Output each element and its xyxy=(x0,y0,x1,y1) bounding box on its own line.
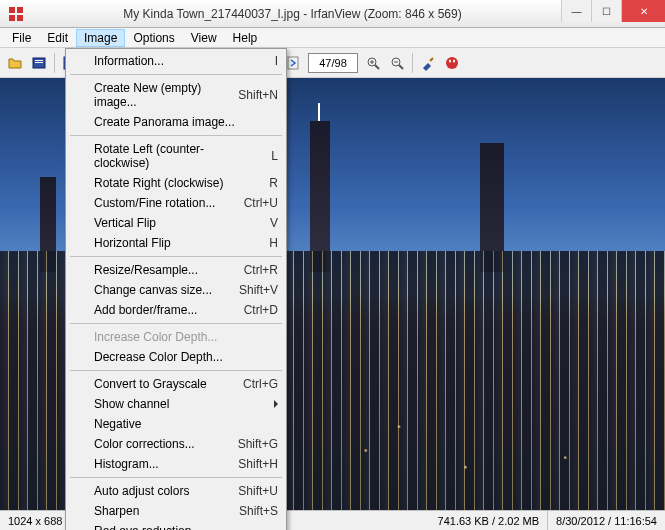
menu-item-label: Negative xyxy=(94,417,278,431)
menu-item-sharpen[interactable]: Sharpen Shift+S xyxy=(68,501,284,521)
menu-item-shortcut: Shift+U xyxy=(238,484,278,498)
menu-item-shortcut: Ctrl+R xyxy=(244,263,278,277)
menu-item-label: Decrease Color Depth... xyxy=(94,350,278,364)
zoom-out-icon[interactable] xyxy=(386,52,408,74)
minimize-button[interactable]: — xyxy=(561,0,591,22)
menu-item-label: Custom/Fine rotation... xyxy=(94,196,232,210)
svg-rect-1 xyxy=(17,7,23,13)
menu-item-vertical-flip[interactable]: Vertical Flip V xyxy=(68,213,284,233)
app-icon xyxy=(8,6,24,22)
toolbar-separator xyxy=(54,53,55,73)
menu-item-information[interactable]: Information... I xyxy=(68,51,284,71)
menu-image[interactable]: Image xyxy=(76,29,125,47)
menu-separator xyxy=(70,256,282,257)
menu-separator xyxy=(70,74,282,75)
menu-item-shortcut: Shift+G xyxy=(238,437,278,451)
menu-item-create-panorama[interactable]: Create Panorama image... xyxy=(68,112,284,132)
menu-item-rotate-left[interactable]: Rotate Left (counter-clockwise) L xyxy=(68,139,284,173)
menu-item-custom-rotation[interactable]: Custom/Fine rotation... Ctrl+U xyxy=(68,193,284,213)
svg-point-25 xyxy=(449,59,451,62)
menu-item-shortcut: Shift+N xyxy=(238,88,278,102)
menubar: File Edit Image Options View Help xyxy=(0,28,665,48)
svg-rect-0 xyxy=(9,7,15,13)
menu-item-label: Change canvas size... xyxy=(94,283,227,297)
window-controls: — ☐ ✕ xyxy=(561,0,665,27)
menu-item-resize[interactable]: Resize/Resample... Ctrl+R xyxy=(68,260,284,280)
skyline-decoration xyxy=(310,121,330,272)
zoom-in-icon[interactable] xyxy=(362,52,384,74)
menu-item-label: Convert to Grayscale xyxy=(94,377,231,391)
menu-view[interactable]: View xyxy=(183,29,225,47)
svg-rect-3 xyxy=(17,15,23,21)
menu-item-label: Red eye reduction (selection) xyxy=(94,524,227,530)
menu-item-negative[interactable]: Negative xyxy=(68,414,284,434)
menu-item-histogram[interactable]: Histogram... Shift+H xyxy=(68,454,284,474)
menu-item-label: Sharpen xyxy=(94,504,227,518)
menu-item-shortcut: R xyxy=(269,176,278,190)
menu-item-label: Rotate Left (counter-clockwise) xyxy=(94,142,259,170)
menu-separator xyxy=(70,370,282,371)
menu-item-rotate-right[interactable]: Rotate Right (clockwise) R xyxy=(68,173,284,193)
titlebar: My Kinda Town_217440037_l.jpg - IrfanVie… xyxy=(0,0,665,28)
menu-item-auto-adjust[interactable]: Auto adjust colors Shift+U xyxy=(68,481,284,501)
svg-rect-2 xyxy=(9,15,15,21)
svg-rect-5 xyxy=(35,60,43,61)
menu-item-shortcut: Ctrl+D xyxy=(244,303,278,317)
about-icon[interactable] xyxy=(441,52,463,74)
svg-rect-6 xyxy=(35,62,43,63)
menu-item-label: Auto adjust colors xyxy=(94,484,226,498)
close-button[interactable]: ✕ xyxy=(621,0,665,22)
menu-edit[interactable]: Edit xyxy=(39,29,76,47)
image-counter-input[interactable]: 47/98 xyxy=(308,53,358,73)
menu-separator xyxy=(70,135,282,136)
svg-point-24 xyxy=(446,57,458,69)
menu-item-label: Create New (empty) image... xyxy=(94,81,226,109)
menu-item-label: Color corrections... xyxy=(94,437,226,451)
menu-item-label: Show channel xyxy=(94,397,278,411)
menu-item-shortcut: Ctrl+U xyxy=(244,196,278,210)
menu-file[interactable]: File xyxy=(4,29,39,47)
menu-item-label: Rotate Right (clockwise) xyxy=(94,176,257,190)
menu-item-create-new[interactable]: Create New (empty) image... Shift+N xyxy=(68,78,284,112)
slideshow-icon[interactable] xyxy=(28,52,50,74)
menu-item-shortcut: I xyxy=(275,54,278,68)
open-icon[interactable] xyxy=(4,52,26,74)
settings-icon[interactable] xyxy=(417,52,439,74)
menu-item-label: Vertical Flip xyxy=(94,216,258,230)
status-date: 8/30/2012 / 11:16:54 xyxy=(548,511,665,530)
menu-item-label: Resize/Resample... xyxy=(94,263,232,277)
menu-item-label: Create Panorama image... xyxy=(94,115,278,129)
menu-item-show-channel[interactable]: Show channel xyxy=(68,394,284,414)
menu-item-red-eye[interactable]: Red eye reduction (selection) Shift+Y xyxy=(68,521,284,530)
status-filesize: 741.63 KB / 2.02 MB xyxy=(430,511,549,530)
menu-separator xyxy=(70,323,282,324)
menu-item-label: Add border/frame... xyxy=(94,303,232,317)
svg-line-18 xyxy=(375,65,379,69)
svg-point-26 xyxy=(453,59,455,62)
svg-rect-16 xyxy=(288,57,298,69)
toolbar-separator xyxy=(412,53,413,73)
menu-item-label: Information... xyxy=(94,54,263,68)
menu-item-horizontal-flip[interactable]: Horizontal Flip H xyxy=(68,233,284,253)
menu-item-label: Histogram... xyxy=(94,457,226,471)
menu-item-decrease-depth[interactable]: Decrease Color Depth... xyxy=(68,347,284,367)
menu-item-shortcut: V xyxy=(270,216,278,230)
menu-help[interactable]: Help xyxy=(225,29,266,47)
menu-item-label: Horizontal Flip xyxy=(94,236,257,250)
menu-item-shortcut: Shift+S xyxy=(239,504,278,518)
menu-separator xyxy=(70,477,282,478)
menu-item-shortcut: L xyxy=(271,149,278,163)
maximize-button[interactable]: ☐ xyxy=(591,0,621,22)
menu-item-add-border[interactable]: Add border/frame... Ctrl+D xyxy=(68,300,284,320)
menu-item-shortcut: Shift+H xyxy=(238,457,278,471)
window-title: My Kinda Town_217440037_l.jpg - IrfanVie… xyxy=(24,7,561,21)
menu-item-color-corrections[interactable]: Color corrections... Shift+G xyxy=(68,434,284,454)
menu-item-shortcut: Ctrl+G xyxy=(243,377,278,391)
svg-line-22 xyxy=(399,65,403,69)
menu-options[interactable]: Options xyxy=(125,29,182,47)
menu-item-canvas-size[interactable]: Change canvas size... Shift+V xyxy=(68,280,284,300)
menu-item-shortcut: H xyxy=(269,236,278,250)
image-menu-dropdown: Information... I Create New (empty) imag… xyxy=(65,48,287,530)
menu-item-grayscale[interactable]: Convert to Grayscale Ctrl+G xyxy=(68,374,284,394)
menu-item-shortcut: Shift+V xyxy=(239,283,278,297)
